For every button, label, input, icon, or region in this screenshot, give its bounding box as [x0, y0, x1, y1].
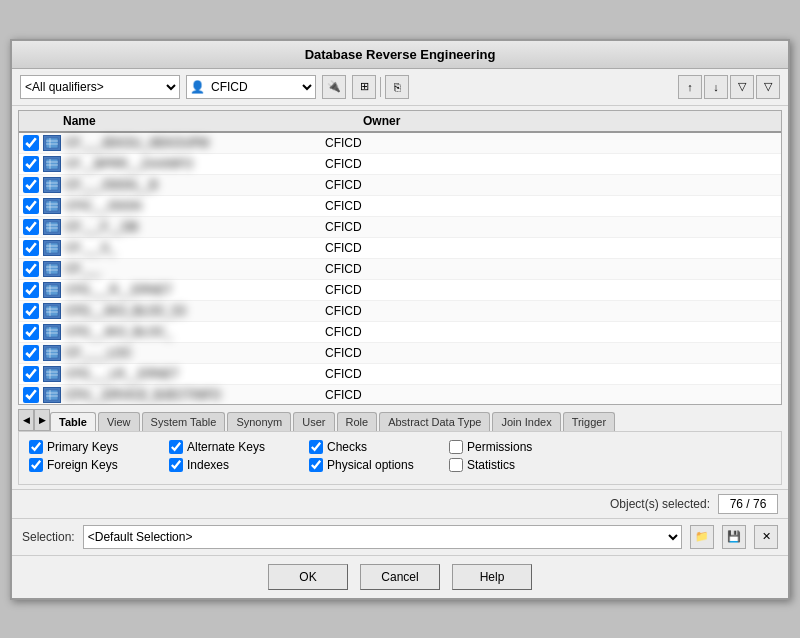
row-name: CFD__JKO_BLOC_: [65, 325, 325, 339]
row-name: CF___JEKOU_JIEKOUPM: [65, 136, 325, 150]
tab-table[interactable]: Table: [50, 412, 96, 431]
row-name: CF___S_: [65, 241, 325, 255]
row-owner: CFICD: [325, 136, 777, 150]
row-owner: CFICD: [325, 199, 777, 213]
checks-option[interactable]: Checks: [309, 440, 429, 454]
selection-delete-button[interactable]: ✕: [754, 525, 778, 549]
objects-table[interactable]: Name Owner CF___JEKOU_JIEKOUPM CFICD CF_…: [18, 110, 782, 405]
row-checkbox[interactable]: [23, 282, 39, 298]
table-icon: [43, 387, 61, 403]
sort-asc-button[interactable]: ↑: [678, 75, 702, 99]
tab-prev-button[interactable]: ◀: [18, 409, 34, 431]
options-panel: Primary Keys Alternate Keys Checks Permi…: [18, 431, 782, 485]
table-row[interactable]: CFH__ERVICE_BJECTINFO CFICD: [19, 385, 781, 405]
svg-rect-44: [46, 369, 58, 379]
row-owner: CFICD: [325, 220, 777, 234]
view-buttons: ⊞ ⎘: [352, 75, 409, 99]
physical-options-checkbox[interactable]: [309, 458, 323, 472]
checks-checkbox[interactable]: [309, 440, 323, 454]
svg-rect-36: [46, 327, 58, 337]
tab-user[interactable]: User: [293, 412, 334, 431]
table-row[interactable]: CF____LOC CFICD: [19, 343, 781, 364]
selection-save-button[interactable]: 💾: [722, 525, 746, 549]
indexes-option[interactable]: Indexes: [169, 458, 289, 472]
grid-view-button[interactable]: ⊞: [352, 75, 376, 99]
svg-rect-12: [46, 201, 58, 211]
tabs-list: Table View System Table Synonym User Rol…: [50, 412, 617, 431]
row-checkbox[interactable]: [23, 240, 39, 256]
permissions-option[interactable]: Permissions: [449, 440, 569, 454]
row-checkbox[interactable]: [23, 135, 39, 151]
connect-button[interactable]: 🔌: [322, 75, 346, 99]
row-name: CF____LOC: [65, 346, 325, 360]
row-checkbox[interactable]: [23, 156, 39, 172]
foreign-keys-option[interactable]: Foreign Keys: [29, 458, 149, 472]
foreign-keys-checkbox[interactable]: [29, 458, 43, 472]
row-checkbox[interactable]: [23, 345, 39, 361]
table-row[interactable]: CFD__JKO_BLOC_ CFICD: [19, 322, 781, 343]
owner-wrapper: 👤 CFICD: [186, 75, 316, 99]
svg-rect-48: [46, 390, 58, 400]
selection-folder-button[interactable]: 📁: [690, 525, 714, 549]
row-checkbox[interactable]: [23, 177, 39, 193]
tab-trigger[interactable]: Trigger: [563, 412, 615, 431]
tab-abstract-data-type[interactable]: Abstract Data Type: [379, 412, 490, 431]
row-checkbox[interactable]: [23, 219, 39, 235]
table-row[interactable]: CFD___LR__ERNET CFICD: [19, 364, 781, 385]
table-row[interactable]: CF__BPRR__ZAAINFO CFICD: [19, 154, 781, 175]
cancel-button[interactable]: Cancel: [360, 564, 440, 590]
statistics-option[interactable]: Statistics: [449, 458, 569, 472]
selection-bar: Selection: <Default Selection> 📁 💾 ✕: [12, 518, 788, 555]
row-owner: CFICD: [325, 241, 777, 255]
row-checkbox[interactable]: [23, 303, 39, 319]
table-row[interactable]: CF___ CFICD: [19, 259, 781, 280]
primary-keys-option[interactable]: Primary Keys: [29, 440, 149, 454]
table-row[interactable]: CF___F__DB CFICD: [19, 217, 781, 238]
physical-options-option[interactable]: Physical options: [309, 458, 429, 472]
tab-view[interactable]: View: [98, 412, 140, 431]
qualifier-select[interactable]: <All qualifiers>: [20, 75, 180, 99]
selection-label: Selection:: [22, 530, 75, 544]
table-row[interactable]: CF___JEKOU_JIEKOUPM CFICD: [19, 133, 781, 154]
selection-dropdown[interactable]: <Default Selection>: [83, 525, 682, 549]
alternate-keys-option[interactable]: Alternate Keys: [169, 440, 289, 454]
tabs-area: ◀ ▶ Table View System Table Synonym User…: [18, 409, 782, 431]
owner-select[interactable]: CFICD: [186, 75, 316, 99]
tab-synonym[interactable]: Synonym: [227, 412, 291, 431]
table-row[interactable]: CF___S_ CFICD: [19, 238, 781, 259]
svg-rect-8: [46, 180, 58, 190]
status-value: 76 / 76: [718, 494, 778, 514]
help-button[interactable]: Help: [452, 564, 532, 590]
tab-system-table[interactable]: System Table: [142, 412, 226, 431]
col-header-name: Name: [63, 114, 363, 128]
tab-next-button[interactable]: ▶: [34, 409, 50, 431]
table-row[interactable]: CF___JSIGN__B CFICD: [19, 175, 781, 196]
row-checkbox[interactable]: [23, 198, 39, 214]
tab-role[interactable]: Role: [337, 412, 378, 431]
statistics-checkbox[interactable]: [449, 458, 463, 472]
filter-button[interactable]: ▽: [730, 75, 754, 99]
tab-join-index[interactable]: Join Index: [492, 412, 560, 431]
row-name: CFD___LR__ERNET: [65, 367, 325, 381]
sort-desc-button[interactable]: ↓: [704, 75, 728, 99]
svg-rect-40: [46, 348, 58, 358]
svg-rect-20: [46, 243, 58, 253]
row-checkbox[interactable]: [23, 366, 39, 382]
status-bar: Object(s) selected: 76 / 76: [12, 489, 788, 518]
filter-clear-button[interactable]: ▽: [756, 75, 780, 99]
row-checkbox[interactable]: [23, 387, 39, 403]
row-owner: CFICD: [325, 178, 777, 192]
permissions-checkbox[interactable]: [449, 440, 463, 454]
table-row[interactable]: CFD__JKO_BLOC_53 CFICD: [19, 301, 781, 322]
ok-button[interactable]: OK: [268, 564, 348, 590]
alternate-keys-checkbox[interactable]: [169, 440, 183, 454]
table-row[interactable]: CFD___R__ERNET CFICD: [19, 280, 781, 301]
primary-keys-checkbox[interactable]: [29, 440, 43, 454]
row-checkbox[interactable]: [23, 261, 39, 277]
copy-button[interactable]: ⎘: [385, 75, 409, 99]
col-header-owner: Owner: [363, 114, 777, 128]
indexes-checkbox[interactable]: [169, 458, 183, 472]
table-row[interactable]: CFIC__JSIGN CFICD: [19, 196, 781, 217]
button-row: OK Cancel Help: [12, 555, 788, 598]
row-checkbox[interactable]: [23, 324, 39, 340]
